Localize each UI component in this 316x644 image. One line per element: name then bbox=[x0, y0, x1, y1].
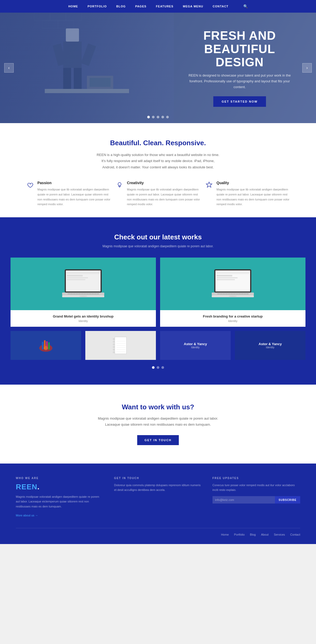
passion-title: Passion bbox=[37, 181, 111, 185]
hero-dot-2[interactable] bbox=[152, 116, 155, 118]
work-card-notebook[interactable] bbox=[85, 331, 156, 360]
work-card-art-image bbox=[11, 331, 81, 360]
works-subtitle: Magnis modipsae que voloratati andigen d… bbox=[11, 244, 305, 248]
svg-rect-52 bbox=[228, 294, 230, 294]
features-grid: Passion Magnis modipsae que lib volorata… bbox=[21, 181, 295, 207]
hero-prev-button[interactable]: ‹ bbox=[4, 63, 14, 73]
footer-link-home[interactable]: Home bbox=[221, 533, 229, 536]
bcr-section: Beautiful. Clean. Responsive. REEN is a … bbox=[0, 123, 316, 217]
svg-rect-33 bbox=[86, 294, 88, 294]
work-card-2[interactable]: Fresh branding for a creative startup Id… bbox=[160, 258, 305, 327]
nav-home[interactable]: HOME bbox=[68, 5, 78, 8]
work-card-astor-dark[interactable]: Astor & Yancy Identity bbox=[235, 331, 305, 360]
footer-col-updates: FREE UPDATES Conecus ture posae volor re… bbox=[213, 477, 300, 517]
svg-rect-8 bbox=[90, 78, 111, 87]
work-card-1-info: Grand Motel gets an identity brushup Ide… bbox=[11, 310, 156, 327]
bcr-title: Beautiful. Clean. Responsive. bbox=[21, 139, 295, 147]
work-with-description: Magnis modipsae que voloratati andigen d… bbox=[95, 415, 221, 428]
svg-rect-4 bbox=[63, 68, 71, 92]
svg-rect-54 bbox=[233, 294, 235, 294]
hero-figure bbox=[0, 13, 174, 123]
nav-pages[interactable]: PAGES bbox=[135, 5, 146, 8]
svg-rect-22 bbox=[67, 277, 88, 278]
works-section: Check out our latest works Magnis modips… bbox=[0, 217, 316, 385]
svg-rect-30 bbox=[78, 294, 81, 294]
astor-yancy-cat-2: Identity bbox=[259, 346, 282, 349]
svg-point-61 bbox=[229, 296, 237, 297]
footer-touch-text: Doloreur quia commolu platemp dolupaes r… bbox=[114, 483, 202, 492]
svg-rect-53 bbox=[231, 294, 233, 294]
work-card-astor-blue[interactable]: Astor & Yancy Identity bbox=[160, 331, 231, 360]
nav-blog[interactable]: BLOG bbox=[116, 5, 126, 8]
svg-point-69 bbox=[113, 338, 115, 340]
passion-text: Magnis modipsae que lib voloratati andig… bbox=[37, 187, 111, 207]
creativity-icon bbox=[116, 181, 123, 190]
hero-dot-4[interactable] bbox=[161, 116, 164, 118]
work-card-art[interactable] bbox=[11, 331, 81, 360]
svg-rect-27 bbox=[71, 294, 73, 294]
svg-rect-58 bbox=[244, 294, 246, 294]
hero-dots bbox=[147, 116, 169, 118]
works-dot-3[interactable] bbox=[161, 366, 164, 369]
footer-link-services[interactable]: Services bbox=[274, 533, 285, 536]
svg-rect-55 bbox=[236, 294, 238, 294]
astor-yancy-title-1: Astor & Yancy bbox=[184, 342, 207, 346]
astor-yancy-title-2: Astor & Yancy bbox=[259, 342, 282, 346]
work-card-1[interactable]: Grand Motel gets an identity brushup Ide… bbox=[11, 258, 156, 327]
work-card-1-title: Grand Motel gets an identity brushup bbox=[15, 314, 152, 318]
footer-col-who: WHO WE ARE REEN. Magnis modipsae volorat… bbox=[16, 477, 103, 517]
nav-portfolio[interactable]: PORTFOLIO bbox=[87, 5, 107, 8]
svg-point-70 bbox=[113, 341, 115, 343]
nav-mega-menu[interactable]: MEGA MENU bbox=[183, 5, 203, 8]
svg-rect-51 bbox=[225, 294, 228, 294]
works-bottom-grid: Astor & Yancy Identity Astor & Yancy Ide… bbox=[11, 331, 305, 360]
footer-touch-label: GET IN TOUCH bbox=[114, 477, 202, 480]
hero-dot-3[interactable] bbox=[157, 116, 159, 118]
footer-columns: WHO WE ARE REEN. Magnis modipsae volorat… bbox=[16, 477, 300, 517]
footer-email-input[interactable] bbox=[213, 496, 275, 504]
hero-dot-5[interactable] bbox=[166, 116, 169, 118]
footer-link-contact[interactable]: Contact bbox=[290, 533, 300, 536]
search-icon[interactable]: 🔍 bbox=[243, 4, 248, 8]
get-in-touch-button[interactable]: GET IN TOUCH bbox=[137, 435, 179, 445]
hero-cta-button[interactable]: GET STARTED NOW bbox=[213, 96, 266, 107]
hero-content: FRESH AND BEAUTIFUL DESIGN REEN is desig… bbox=[184, 29, 316, 107]
works-dot-2[interactable] bbox=[157, 366, 159, 369]
footer-link-about[interactable]: About bbox=[261, 533, 269, 536]
astor-yancy-cat-1: Identity bbox=[184, 346, 207, 349]
navigation: HOME PORTFOLIO BLOG PAGES FEATURES MEGA … bbox=[0, 0, 316, 13]
feature-creativity-content: Creativity Magnis modipsae que lib volor… bbox=[127, 181, 200, 207]
work-card-2-image bbox=[160, 258, 305, 310]
svg-rect-10 bbox=[34, 13, 50, 21]
footer-bottom: Home Portfolio Blog About Services Conta… bbox=[16, 528, 300, 536]
svg-rect-26 bbox=[68, 294, 70, 294]
svg-point-67 bbox=[44, 346, 48, 350]
feature-quality-content: Quality Magnis modipsae que lib volorata… bbox=[216, 181, 290, 207]
footer-link-blog[interactable]: Blog bbox=[250, 533, 256, 536]
feature-quality: Quality Magnis modipsae que lib volorata… bbox=[205, 181, 290, 207]
svg-rect-6 bbox=[45, 89, 129, 93]
work-card-2-category: Identity bbox=[164, 319, 301, 323]
footer-more-link[interactable]: More about us → bbox=[16, 514, 38, 517]
svg-rect-49 bbox=[220, 294, 222, 294]
works-dots bbox=[11, 366, 305, 369]
footer-subscribe-button[interactable]: SUBSCRIBE bbox=[275, 496, 300, 504]
footer-subscribe-form: SUBSCRIBE bbox=[213, 496, 300, 504]
nav-contact[interactable]: CONTACT bbox=[213, 5, 229, 8]
hero-dot-1[interactable] bbox=[147, 116, 150, 118]
footer-link-portfolio[interactable]: Portfolio bbox=[234, 533, 245, 536]
svg-rect-65 bbox=[42, 342, 43, 350]
work-card-1-category: Identity bbox=[15, 319, 152, 323]
svg-rect-21 bbox=[67, 275, 83, 276]
bcr-description: REEN is a high-quality solution for thos… bbox=[95, 152, 221, 170]
svg-rect-35 bbox=[92, 294, 94, 294]
work-with-title: Want to work with us? bbox=[11, 403, 305, 411]
creativity-title: Creativity bbox=[127, 181, 200, 185]
work-card-astor-blue-image: Astor & Yancy Identity bbox=[184, 331, 207, 360]
works-dot-1[interactable] bbox=[152, 366, 155, 369]
nav-features[interactable]: FEATURES bbox=[156, 5, 173, 8]
svg-rect-28 bbox=[73, 294, 75, 294]
hero-title: FRESH AND BEAUTIFUL DESIGN bbox=[184, 29, 295, 69]
hero-next-button[interactable]: › bbox=[302, 63, 312, 73]
passion-icon bbox=[26, 181, 34, 190]
